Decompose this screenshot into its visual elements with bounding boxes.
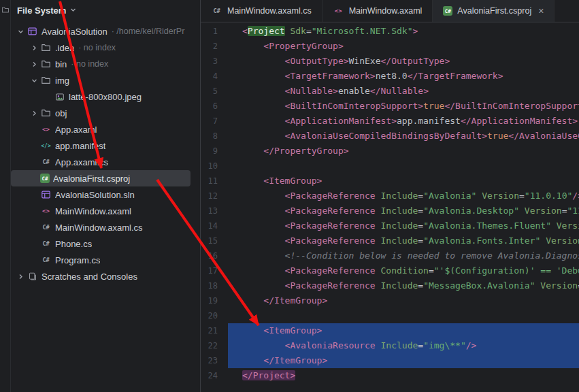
code-line-20[interactable]: 20 <box>201 308 579 323</box>
line-number: 13 <box>201 203 228 218</box>
folder-file-icon <box>40 108 52 118</box>
tree-item-label: obj <box>55 108 67 118</box>
code-line-4[interactable]: 4 <TargetFramework>net8.0</TargetFramewo… <box>201 69 579 84</box>
tree-item-label: MainWindow.axaml <box>55 206 131 216</box>
folder-toolwindow-icon[interactable] <box>1 4 10 392</box>
tree-item-avaloniasolution-sln[interactable]: AvaloniaSolution.sln <box>11 186 191 203</box>
tree-item-idea[interactable]: .idea· no index <box>11 39 191 56</box>
code-line-7[interactable]: 7 <ApplicationManifest>app.manifest</App… <box>201 114 579 129</box>
chevron-right-icon[interactable] <box>29 61 40 68</box>
line-number: 24 <box>201 368 228 383</box>
code-line-18[interactable]: 18 <PackageReference Include="MessageBox… <box>201 278 579 293</box>
tab-label: AvaloniaFirst.csproj <box>457 6 531 16</box>
code-text: </Project> <box>228 368 579 383</box>
editor-code[interactable]: 1<Project Sdk="Microsoft.NET.Sdk">2 <Pro… <box>201 22 579 392</box>
tree-item-label: App.axaml <box>55 125 97 135</box>
code-text: <TargetFramework>net8.0</TargetFramework… <box>228 69 579 84</box>
code-line-3[interactable]: 3 <OutputType>WinExe</OutputType> <box>201 54 579 69</box>
close-tab-icon[interactable]: × <box>538 6 544 16</box>
code-line-2[interactable]: 2 <PropertyGroup> <box>201 39 579 54</box>
cs-file-icon: C# <box>40 157 52 167</box>
code-text: <PackageReference Include="Avalonia.Them… <box>228 218 579 233</box>
line-number: 23 <box>201 353 228 368</box>
tab-mainwindow-axaml[interactable]: <>MainWindow.axaml <box>322 0 433 22</box>
tree-item-label: AvaloniaSolution <box>42 27 107 37</box>
sln-file-icon <box>40 189 52 200</box>
code-line-8[interactable]: 8 <AvaloniaUseCompiledBindingsByDefault>… <box>201 129 579 144</box>
line-number: 19 <box>201 293 228 308</box>
tree-item-suffix: · no index <box>71 59 108 69</box>
tree-item-suffix: · no index <box>78 43 116 52</box>
tree-item-latte-800x800-jpeg[interactable]: latte-800x800.jpeg <box>11 88 191 105</box>
code-text <box>228 159 579 174</box>
tree-item-app-manifest[interactable]: </>app.manifest <box>11 137 191 154</box>
tab-label: MainWindow.axaml.cs <box>227 6 312 16</box>
line-number: 1 <box>201 24 228 39</box>
scratches-file-icon <box>27 271 38 282</box>
tree-item-bin[interactable]: bin· no index <box>11 56 191 72</box>
code-line-22[interactable]: 22 <AvaloniaResource Include="img\**"/> <box>201 338 579 353</box>
line-number: 12 <box>201 189 228 203</box>
line-number: 15 <box>201 233 228 248</box>
code-line-24[interactable]: 24</Project> <box>201 368 579 383</box>
code-line-13[interactable]: 13 <PackageReference Include="Avalonia.D… <box>201 203 579 218</box>
tree-item-avaloniafirst-csproj[interactable]: C#AvaloniaFirst.csproj <box>11 170 191 186</box>
code-line-5[interactable]: 5 <Nullable>enable</Nullable> <box>201 84 579 99</box>
tree-item-mainwindow-axaml-cs[interactable]: C#MainWindow.axaml.cs <box>11 219 191 235</box>
tree-item-app-axaml-cs[interactable]: C#App.axaml.cs <box>11 154 191 170</box>
code-line-15[interactable]: 15 <PackageReference Include="Avalonia.F… <box>201 233 579 248</box>
code-text: <OutputType>WinExe</OutputType> <box>228 54 579 69</box>
tab-avaloniafirst-csproj[interactable]: C#AvaloniaFirst.csproj× <box>433 0 555 22</box>
code-line-14[interactable]: 14 <PackageReference Include="Avalonia.T… <box>201 218 579 233</box>
code-line-17[interactable]: 17 <PackageReference Condition="'$(Confi… <box>201 263 579 278</box>
code-text: <!--Condition below is needed to remove … <box>228 248 579 263</box>
tree-item-label: Scratches and Consoles <box>42 272 137 282</box>
image-file-icon <box>54 91 65 102</box>
tree-item-phone-cs[interactable]: C#Phone.cs <box>11 235 191 252</box>
chevron-down-icon[interactable] <box>15 28 27 35</box>
code-line-21[interactable]: 21 <ItemGroup> <box>201 323 579 338</box>
code-text: <Project Sdk="Microsoft.NET.Sdk"> <box>228 24 579 39</box>
line-number: 3 <box>201 54 228 69</box>
code-line-12[interactable]: 12 <PackageReference Include="Avalonia" … <box>201 189 579 203</box>
chevron-down-icon[interactable] <box>69 5 77 16</box>
tree-item-avaloniasolution[interactable]: AvaloniaSolution· /home/kei/RiderPr <box>11 23 191 39</box>
tree-item-label: AvaloniaFirst.csproj <box>53 174 130 184</box>
chevron-right-icon[interactable] <box>29 44 40 52</box>
tree-item-label: latte-800x800.jpeg <box>69 92 142 102</box>
code-line-11[interactable]: 11 <ItemGroup> <box>201 174 579 189</box>
folder-file-icon <box>40 75 52 86</box>
tab-mainwindow-axaml-cs[interactable]: C#MainWindow.axaml.cs <box>201 0 322 22</box>
code-line-23[interactable]: 23 </ItemGroup> <box>201 353 579 368</box>
tree-item-img[interactable]: img <box>11 72 191 88</box>
line-number: 16 <box>201 248 228 263</box>
code-line-16[interactable]: 16 <!--Condition below is needed to remo… <box>201 248 579 263</box>
chevron-right-icon[interactable] <box>15 273 27 280</box>
tree-item-label: img <box>55 76 69 86</box>
code-line-19[interactable]: 19 </ItemGroup> <box>201 293 579 308</box>
chevron-right-icon[interactable] <box>29 110 40 117</box>
code-text: <ItemGroup> <box>228 323 579 338</box>
code-text: <PackageReference Include="Avalonia" Ver… <box>228 189 579 203</box>
solution-file-icon <box>27 26 38 37</box>
code-text: <ItemGroup> <box>228 174 579 189</box>
tree-item-label: App.axaml.cs <box>55 157 108 167</box>
code-text: <BuiltInComInteropSupport>true</BuiltInC… <box>228 99 579 114</box>
code-line-6[interactable]: 6 <BuiltInComInteropSupport>true</BuiltI… <box>201 99 579 114</box>
chevron-down-icon[interactable] <box>29 77 40 84</box>
code-text: <PackageReference Condition="'$(Configur… <box>228 263 579 278</box>
code-text: </ItemGroup> <box>228 353 579 368</box>
tree-item-obj[interactable]: obj <box>11 105 191 121</box>
tree-item-mainwindow-axaml[interactable]: <>MainWindow.axaml <box>11 203 191 219</box>
file-tree: AvaloniaSolution· /home/kei/RiderPr.idea… <box>11 20 200 392</box>
line-number: 5 <box>201 84 228 99</box>
tree-item-program-cs[interactable]: C#Program.cs <box>11 252 191 268</box>
tree-item-scratches-and-consoles[interactable]: Scratches and Consoles <box>11 268 191 284</box>
code-line-10[interactable]: 10 <box>201 159 579 174</box>
code-text: </ItemGroup> <box>228 293 579 308</box>
code-line-9[interactable]: 9 </PropertyGroup> <box>201 144 579 159</box>
tree-item-app-axaml[interactable]: <>App.axaml <box>11 121 191 137</box>
folder-file-icon <box>40 42 52 53</box>
tool-window-header[interactable]: File System <box>11 0 200 20</box>
code-line-1[interactable]: 1<Project Sdk="Microsoft.NET.Sdk"> <box>201 24 579 39</box>
